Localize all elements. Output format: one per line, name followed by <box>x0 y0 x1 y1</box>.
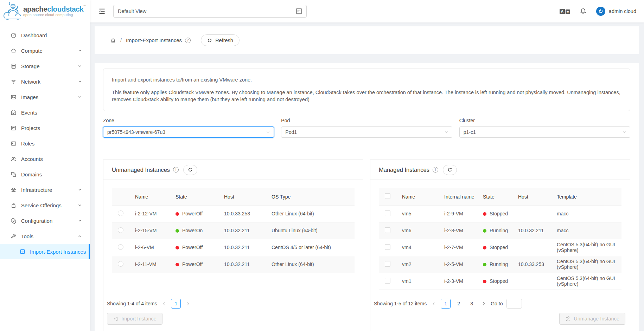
sidebar-item-import-export-instances[interactable]: Import-Export Instances <box>0 244 90 259</box>
row-checkbox[interactable] <box>385 278 390 284</box>
chevron-down-icon <box>444 130 448 134</box>
menu-fold-icon[interactable] <box>98 7 106 15</box>
tool-icon <box>11 233 17 239</box>
sidebar-item-label: Import-Export Instances <box>30 249 86 255</box>
sidebar-item-domains[interactable]: Domains <box>0 167 90 182</box>
cell-host: 10.0.32.211 <box>218 256 266 273</box>
chevron-down-icon <box>622 130 626 134</box>
row-checkbox[interactable] <box>385 244 390 250</box>
next-page-icon[interactable] <box>480 299 487 309</box>
prev-page-icon[interactable] <box>160 299 168 309</box>
info-circle-icon[interactable]: i <box>433 167 438 173</box>
cell-state: PowerOff <box>170 205 218 222</box>
goto-page-input[interactable] <box>506 299 522 309</box>
cell-template: macc <box>551 222 621 239</box>
row-radio[interactable] <box>118 227 123 233</box>
cell-os: Other Linux (64-bit) <box>266 205 355 222</box>
unmanaged-pagination: Showing 1-4 of 4 items 1 <box>107 299 192 309</box>
sidebar-item-tools[interactable]: Tools <box>0 228 90 244</box>
sidebar-item-dashboard[interactable]: Dashboard <box>0 27 90 43</box>
table-row: i-2-11-VM PowerOff 10.0.32.211 Other Lin… <box>112 256 355 273</box>
unmanage-instance-button[interactable]: Unmanage Instance <box>559 313 625 325</box>
pod-select[interactable]: Pod1 <box>281 126 452 138</box>
row-checkbox[interactable] <box>385 210 390 216</box>
sidebar-item-projects[interactable]: Projects <box>0 120 90 136</box>
refresh-button[interactable]: Refresh <box>201 34 240 46</box>
col-name: Name <box>396 188 439 205</box>
page-number[interactable]: 3 <box>467 299 477 309</box>
col-host: Host <box>512 188 551 205</box>
filters-row: Zone pr5075-t943-vmware-67u3 Pod Pod1 Cl… <box>103 118 630 138</box>
row-radio[interactable] <box>118 210 123 216</box>
table-row: vm4 i-2-7-VM Stopped CentOS 5.3(64-bit) … <box>379 239 621 256</box>
col-state: State <box>477 188 512 205</box>
idcard-icon <box>11 141 17 147</box>
unmanaged-refresh-button[interactable] <box>183 165 197 175</box>
sidebar-item-roles[interactable]: Roles <box>0 136 90 151</box>
info-circle-icon[interactable]: i <box>173 167 179 173</box>
pagination-summary: Showing 1-5 of 12 items <box>374 301 427 306</box>
translate-icon[interactable]: A ★ <box>560 9 570 14</box>
row-checkbox[interactable] <box>385 227 390 233</box>
table-row: vm2 i-2-5-VM Running 10.0.33.253 CentOS … <box>379 256 621 273</box>
brand-apache: apache <box>23 5 47 13</box>
notification-bell-icon[interactable] <box>580 8 587 15</box>
table-row: vm1 i-2-3-VM Stopped CentOS 5.3(64-bit) … <box>379 273 621 290</box>
select-all-checkbox[interactable] <box>385 193 390 199</box>
managed-table: Name Internal name State Host Template v… <box>379 188 621 290</box>
sidebar-item-label: Events <box>21 110 37 116</box>
sidebar-item-images[interactable]: Images <box>0 89 90 105</box>
page-number[interactable]: 1 <box>441 299 451 309</box>
sidebar-item-events[interactable]: Events <box>0 105 90 120</box>
cell-host <box>512 205 551 222</box>
sidebar-item-compute[interactable]: Compute <box>0 43 90 58</box>
cell-name: vm5 <box>396 205 439 222</box>
managed-instances-panel: Managed Instances i Name Internal name <box>370 160 630 331</box>
managed-refresh-button[interactable] <box>443 165 457 175</box>
bank-icon <box>11 187 17 193</box>
page-number[interactable]: 2 <box>454 299 464 309</box>
setting-icon <box>11 218 17 224</box>
state-dot <box>483 229 486 233</box>
next-page-icon[interactable] <box>184 299 192 309</box>
view-selector[interactable]: Default View <box>113 5 307 18</box>
cell-host: 10.0.33.253 <box>218 205 266 222</box>
sidebar-item-label: Storage <box>21 63 40 69</box>
cell-internal-name: i-2-5-VM <box>439 256 477 273</box>
page-number[interactable]: 1 <box>171 299 181 309</box>
disconnect-icon <box>565 316 570 322</box>
row-radio[interactable] <box>118 261 123 267</box>
cell-os: Other Linux (64-bit) <box>266 256 355 273</box>
feature-description-line2: This feature only applies Cloudstack VMw… <box>112 89 621 103</box>
sidebar-item-service-offerings[interactable]: Service Offerings <box>0 197 90 213</box>
user-menu[interactable]: admin cloud <box>596 7 636 16</box>
sidebar-item-label: Compute <box>21 48 43 54</box>
sidebar-item-infrastructure[interactable]: Infrastructure <box>0 182 90 197</box>
home-icon[interactable] <box>110 37 116 43</box>
header-actions: A ★ admin cloud <box>560 7 636 16</box>
project-view-icon <box>295 7 303 15</box>
col-name: Name <box>129 188 170 205</box>
zone-select-value: pr5075-t943-vmware-67u3 <box>107 129 165 135</box>
sidebar-item-label: Projects <box>21 125 40 131</box>
sidebar-item-configuration[interactable]: Configuration <box>0 213 90 228</box>
database-icon <box>11 63 17 69</box>
sidebar-item-network[interactable]: Network <box>0 74 90 89</box>
sidebar-item-accounts[interactable]: Accounts <box>0 151 90 167</box>
cell-state: Stopped <box>477 239 512 256</box>
row-radio[interactable] <box>118 244 123 250</box>
cell-state: Stopped <box>477 205 512 222</box>
import-instance-button[interactable]: Import Instance <box>107 313 162 325</box>
cell-host: 10.0.33.253 <box>512 256 551 273</box>
help-question-icon[interactable]: ? <box>185 38 191 43</box>
unmanaged-table: Name State Host OS Type i-2-12-VM PowerO… <box>112 188 355 273</box>
cell-internal-name: i-2-7-VM <box>439 239 477 256</box>
prev-page-icon[interactable] <box>430 299 438 309</box>
row-checkbox[interactable] <box>385 261 390 267</box>
sidebar-item-label: Configuration <box>21 218 52 224</box>
zone-select[interactable]: pr5075-t943-vmware-67u3 <box>103 126 274 138</box>
translate-letter-a: A <box>560 9 565 14</box>
sidebar-item-storage[interactable]: Storage <box>0 58 90 74</box>
picture-icon <box>11 94 17 100</box>
cluster-select[interactable]: p1-c1 <box>459 126 630 138</box>
